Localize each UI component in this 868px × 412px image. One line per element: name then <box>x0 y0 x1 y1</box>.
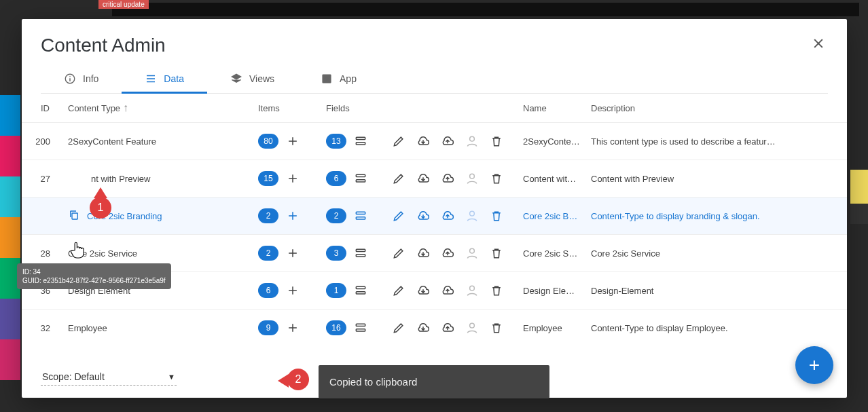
cloud-upload-icon[interactable] <box>437 243 458 263</box>
edit-icon[interactable] <box>388 318 409 338</box>
permissions-icon[interactable] <box>462 280 482 301</box>
col-name[interactable]: Name <box>518 94 585 123</box>
row-name: 2SexyConte… <box>518 123 585 160</box>
fields-count[interactable]: 13 <box>326 134 346 149</box>
row-name: Design Elem… <box>518 272 585 310</box>
cloud-upload-icon[interactable] <box>437 280 458 301</box>
cursor-hand-icon <box>69 239 87 259</box>
list-icon[interactable] <box>350 243 371 263</box>
add-item-icon[interactable] <box>283 318 303 338</box>
add-item-icon[interactable] <box>283 131 303 151</box>
list-icon[interactable] <box>350 168 371 189</box>
svg-rect-18 <box>356 249 365 251</box>
items-count[interactable]: 6 <box>258 283 278 298</box>
permissions-icon[interactable] <box>462 131 482 151</box>
fields-count[interactable]: 3 <box>326 246 346 261</box>
id-guid-tooltip: ID: 34 GUID: e2351b42-87f2-427e-9566-ff2… <box>17 263 171 289</box>
tab-views[interactable]: Views <box>207 64 297 93</box>
add-item-icon[interactable] <box>283 243 303 263</box>
copy-icon[interactable] <box>68 209 80 223</box>
tab-data[interactable]: Data <box>122 64 207 93</box>
delete-icon[interactable] <box>486 168 507 189</box>
list-icon[interactable] <box>350 318 371 338</box>
add-item-icon[interactable] <box>283 206 303 226</box>
svg-rect-22 <box>356 292 365 294</box>
list-icon[interactable] <box>350 131 371 151</box>
scope-select[interactable]: Scope: Default ▼ <box>41 369 177 386</box>
col-items[interactable]: Items <box>253 94 321 123</box>
fields-count[interactable]: 6 <box>326 171 346 186</box>
svg-point-17 <box>470 211 475 216</box>
items-count[interactable]: 15 <box>258 171 278 186</box>
close-icon[interactable] <box>809 34 828 56</box>
table-row[interactable]: 32Employee916EmployeeContent-Type to dis… <box>22 310 847 347</box>
col-fields[interactable]: Fields <box>321 94 518 123</box>
cloud-download-icon[interactable] <box>413 131 433 151</box>
cloud-upload-icon[interactable] <box>437 131 458 151</box>
cloud-download-icon[interactable] <box>413 206 433 226</box>
items-count[interactable]: 2 <box>258 208 278 223</box>
table-row[interactable]: Core 2sic Branding22Core 2sic Br…Content… <box>22 198 847 235</box>
callout-2: 2 <box>287 369 309 390</box>
add-item-icon[interactable] <box>283 168 303 189</box>
fields-count[interactable]: 1 <box>326 283 346 298</box>
svg-point-20 <box>470 248 475 253</box>
cloud-download-icon[interactable] <box>413 243 433 263</box>
table-row[interactable]: 2002SexyContent Feature80132SexyConte…Th… <box>22 123 847 160</box>
list-icon[interactable] <box>350 206 371 226</box>
svg-point-13 <box>470 174 475 179</box>
permissions-icon[interactable] <box>462 318 482 338</box>
row-description: Content-Type to display Employee. <box>585 310 847 347</box>
permissions-icon[interactable] <box>462 243 482 263</box>
svg-rect-9 <box>356 143 365 145</box>
scope-label: Scope: Default <box>42 371 105 382</box>
items-count[interactable]: 2 <box>258 246 278 261</box>
svg-rect-12 <box>356 180 365 182</box>
permissions-icon[interactable] <box>462 206 482 226</box>
col-content-type[interactable]: Content Type↑ <box>62 94 253 123</box>
svg-point-2 <box>69 76 71 77</box>
fields-count[interactable]: 16 <box>326 320 346 335</box>
tab-label: Info <box>83 73 98 84</box>
edit-icon[interactable] <box>388 206 409 226</box>
cloud-download-icon[interactable] <box>413 318 433 338</box>
background-topnav <box>112 3 859 16</box>
cloud-upload-icon[interactable] <box>437 168 458 189</box>
critical-update-badge: critical update <box>98 0 149 9</box>
row-id: 27 <box>22 160 62 198</box>
fields-count[interactable]: 2 <box>326 208 346 223</box>
svg-rect-24 <box>356 324 365 326</box>
delete-icon[interactable] <box>486 131 507 151</box>
add-button[interactable]: + <box>795 346 833 384</box>
row-name: Core 2sic Se… <box>518 235 585 272</box>
tab-info[interactable]: Info <box>41 64 122 93</box>
cloud-download-icon[interactable] <box>413 168 433 189</box>
delete-icon[interactable] <box>486 280 507 301</box>
delete-icon[interactable] <box>486 318 507 338</box>
items-count[interactable]: 80 <box>258 134 278 149</box>
cloud-download-icon[interactable] <box>413 280 433 301</box>
col-description[interactable]: Description <box>585 94 847 123</box>
cloud-upload-icon[interactable] <box>437 318 458 338</box>
edit-icon[interactable] <box>388 243 409 263</box>
data-table-scroll[interactable]: ID Content Type↑ Items Fields Name Descr… <box>22 94 847 362</box>
tab-app[interactable]: App <box>297 64 380 93</box>
content-types-table: ID Content Type↑ Items Fields Name Descr… <box>22 94 847 346</box>
add-item-icon[interactable] <box>283 280 303 301</box>
content-type-name: 2SexyContent Feature <box>62 123 253 160</box>
cloud-upload-icon[interactable] <box>437 206 458 226</box>
permissions-icon[interactable] <box>462 168 482 189</box>
items-count[interactable]: 9 <box>258 320 278 335</box>
col-id[interactable]: ID <box>22 94 62 123</box>
edit-icon[interactable] <box>388 280 409 301</box>
svg-rect-11 <box>356 174 365 176</box>
delete-icon[interactable] <box>486 206 507 226</box>
list-icon[interactable] <box>350 280 371 301</box>
delete-icon[interactable] <box>486 243 507 263</box>
edit-icon[interactable] <box>388 168 409 189</box>
svg-rect-16 <box>356 217 365 219</box>
table-row[interactable]: 27nt with Preview156Content with…Content… <box>22 160 847 198</box>
svg-rect-19 <box>356 255 365 257</box>
edit-icon[interactable] <box>388 131 409 151</box>
row-id: 32 <box>22 310 62 347</box>
